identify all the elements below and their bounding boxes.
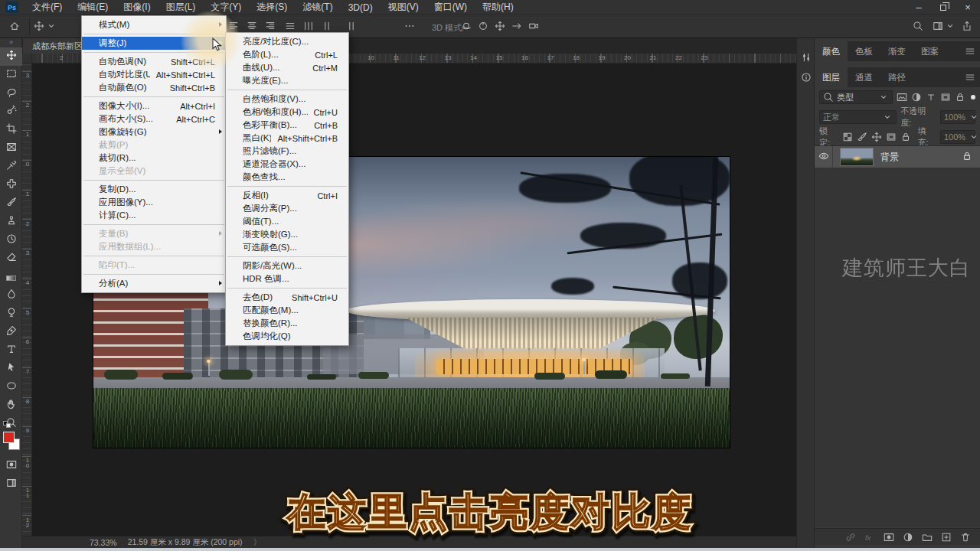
adjust-submenu-item-3[interactable]: 曝光度(E)... xyxy=(226,74,348,87)
tab-layers-1[interactable]: 通道 xyxy=(848,67,880,87)
align-options-button[interactable] xyxy=(346,21,357,31)
lasso-tool[interactable] xyxy=(0,84,22,103)
menubar-item-10[interactable]: 帮助(H) xyxy=(475,0,521,15)
tab-color-3[interactable]: 图案 xyxy=(913,41,946,61)
menubar-item-3[interactable]: 图层(L) xyxy=(158,0,204,15)
shape-tool[interactable] xyxy=(0,378,22,396)
tab-color-2[interactable]: 渐变 xyxy=(880,41,913,61)
image-menu-item-0[interactable]: 模式(M) xyxy=(82,18,226,31)
home-button[interactable] xyxy=(9,21,20,31)
opacity-input[interactable]: 100% xyxy=(940,110,975,124)
lock-transparency-icon[interactable] xyxy=(842,132,853,142)
minimize-button[interactable]: – xyxy=(906,0,931,15)
clone-stamp-tool[interactable] xyxy=(0,213,22,231)
blur-tool[interactable] xyxy=(0,286,22,305)
image-menu-item-16[interactable]: 应用图像(Y)... xyxy=(82,196,226,209)
image-menu-item-4[interactable]: 自动色调(N)Shift+Ctrl+L xyxy=(82,55,226,68)
vertical-ruler[interactable]: 3210123456789101112 xyxy=(22,64,32,536)
menubar-item-6[interactable]: 滤镜(T) xyxy=(295,0,340,15)
path-select-tool[interactable] xyxy=(0,360,22,378)
tab-layers-0[interactable]: 图层 xyxy=(815,67,848,87)
menubar-item-4[interactable]: 文字(Y) xyxy=(203,0,249,15)
type-tool[interactable] xyxy=(0,341,22,360)
distribute-horizontal-button[interactable] xyxy=(303,21,314,31)
adjust-submenu-item-17[interactable]: 可选颜色(S)... xyxy=(226,241,348,254)
quick-select-tool[interactable] xyxy=(0,103,22,121)
image-menu-item-20[interactable]: 应用数据组(L)... xyxy=(82,240,226,253)
frame-tool[interactable] xyxy=(0,139,22,158)
menubar-item-9[interactable]: 窗口(W) xyxy=(426,0,475,15)
history-brush-tool[interactable] xyxy=(0,231,22,249)
adjust-submenu-item-5[interactable]: 自然饱和度(V)... xyxy=(226,93,348,106)
adjust-submenu-item-24[interactable]: 替换颜色(R)... xyxy=(226,317,348,330)
panel-menu-icon[interactable] xyxy=(965,67,980,87)
image-menu-item-15[interactable]: 复制(D)... xyxy=(82,183,226,196)
filter-pixel-layers-icon[interactable] xyxy=(897,92,907,103)
filter-toggle[interactable] xyxy=(971,95,975,99)
image-menu-item-19[interactable]: 变量(B) xyxy=(82,227,226,240)
tab-color-1[interactable]: 色板 xyxy=(848,41,880,61)
image-menu-item-10[interactable]: 图像旋转(G) xyxy=(82,126,226,139)
filter-smart-objects-icon[interactable] xyxy=(955,92,965,103)
3d-pan-button[interactable] xyxy=(495,21,505,31)
adjust-submenu-item-7[interactable]: 色彩平衡(B)...Ctrl+B xyxy=(226,119,348,132)
status-arrow[interactable]: 〉 xyxy=(253,537,262,548)
image-menu-item-12[interactable]: 裁切(R)... xyxy=(82,152,226,165)
share-button[interactable] xyxy=(962,21,972,31)
adjust-submenu-item-0[interactable]: 亮度/对比度(C)... xyxy=(226,35,348,48)
image-menu-item-6[interactable]: 自动颜色(O)Shift+Ctrl+B xyxy=(82,81,226,94)
filter-type-layers-icon[interactable] xyxy=(926,92,936,103)
menubar-item-0[interactable]: 文件(F) xyxy=(24,0,70,15)
foreground-color-swatch[interactable] xyxy=(3,432,15,443)
quick-mask-button[interactable] xyxy=(0,458,22,474)
image-menu-item-22[interactable]: 陷印(T)... xyxy=(82,259,226,272)
image-menu-item-24[interactable]: 分析(A) xyxy=(82,277,226,290)
3d-camera-button[interactable] xyxy=(528,21,539,31)
distribute-spacing-button[interactable] xyxy=(322,21,332,31)
align-left-button[interactable] xyxy=(228,21,239,31)
crop-tool[interactable] xyxy=(0,121,22,139)
hand-tool[interactable] xyxy=(0,396,22,415)
align-center-button[interactable] xyxy=(247,21,257,31)
eraser-tool[interactable] xyxy=(0,249,22,268)
move-tool[interactable] xyxy=(0,47,22,66)
3d-roll-button[interactable] xyxy=(478,21,488,31)
eyedropper-tool[interactable] xyxy=(0,158,22,176)
zoom-level[interactable]: 73.33% xyxy=(90,538,117,547)
toolbar-collapse-button[interactable]: » xyxy=(0,38,21,47)
layer-filter-select[interactable]: 类型 xyxy=(819,90,893,104)
adjust-submenu-item-8[interactable]: 黑白(K)...Alt+Shift+Ctrl+B xyxy=(226,132,348,145)
layer-thumbnail[interactable] xyxy=(840,148,874,166)
3d-orbit-button[interactable] xyxy=(461,21,472,31)
tab-color-0[interactable]: 颜色 xyxy=(815,41,848,61)
image-menu-item-2[interactable]: 调整(J) xyxy=(82,37,226,50)
adjust-submenu-item-11[interactable]: 颜色查找... xyxy=(226,171,348,184)
adjust-submenu-item-13[interactable]: 反相(I)Ctrl+I xyxy=(226,189,348,202)
panel-menu-icon[interactable] xyxy=(965,41,980,61)
adjust-submenu-item-20[interactable]: HDR 色调... xyxy=(226,272,348,285)
filter-shape-layers-icon[interactable] xyxy=(940,92,951,103)
close-button[interactable]: × xyxy=(956,0,980,15)
menubar-item-2[interactable]: 图像(I) xyxy=(116,0,158,15)
default-colors-icon[interactable] xyxy=(3,421,12,429)
search-button[interactable] xyxy=(913,21,923,31)
tool-preset-button[interactable] xyxy=(34,21,57,31)
healing-tool[interactable] xyxy=(0,176,22,194)
adjust-submenu-item-22[interactable]: 去色(D)Shift+Ctrl+U xyxy=(226,291,348,304)
workspace-switcher[interactable] xyxy=(933,21,956,31)
3d-slide-button[interactable] xyxy=(511,21,522,31)
menubar-item-8[interactable]: 视图(V) xyxy=(381,0,426,15)
image-menu-item-17[interactable]: 计算(C)... xyxy=(82,209,226,222)
fill-input[interactable]: 100% xyxy=(940,130,975,144)
menubar-item-7[interactable]: 3D(D) xyxy=(341,0,381,15)
layer-row[interactable]: 背景 xyxy=(815,146,980,168)
gradient-tool[interactable] xyxy=(0,268,22,286)
align-right-button[interactable] xyxy=(265,21,276,31)
menubar-item-1[interactable]: 编辑(E) xyxy=(70,0,116,15)
marquee-tool[interactable] xyxy=(0,66,22,84)
image-menu-item-9[interactable]: 画布大小(S)...Alt+Ctrl+C xyxy=(82,112,226,126)
adjust-submenu-item-6[interactable]: 色相/饱和度(H)...Ctrl+U xyxy=(226,106,348,119)
adjust-submenu-item-16[interactable]: 渐变映射(G)... xyxy=(226,228,348,241)
restore-button[interactable] xyxy=(931,0,956,15)
image-menu-item-5[interactable]: 自动对比度(U)Alt+Shift+Ctrl+L xyxy=(82,68,226,81)
